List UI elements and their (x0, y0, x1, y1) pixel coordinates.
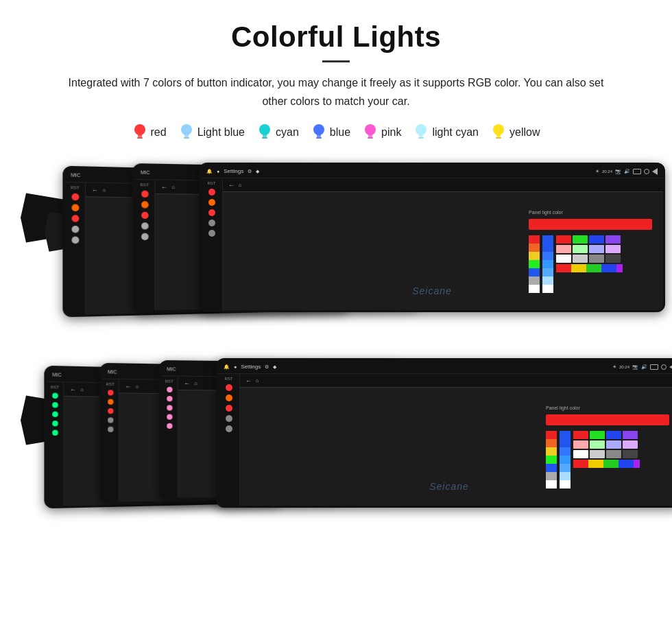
sidebar-dot-pink4 (167, 414, 172, 420)
color-item-cyan: cyan (257, 123, 299, 142)
time-label-3: 20:24 (602, 169, 612, 174)
bstrip-blue (546, 464, 557, 472)
svg-point-4 (181, 124, 192, 135)
color-label-yellow: yellow (509, 126, 540, 139)
bcolor-grid-right (573, 431, 640, 468)
sidebar-dot-green1 (52, 393, 58, 399)
title-section: Colorful Lights Integrated with 7 colors… (27, 21, 645, 110)
bcell-darkergray1 (623, 450, 638, 458)
svg-point-7 (259, 124, 270, 135)
bcell-blue1 (606, 431, 621, 439)
cell-green1 (573, 235, 588, 244)
bstrip-red (546, 431, 557, 439)
color-indicators-row: red Light blue cyan (27, 123, 645, 142)
bottom-showcase-section: MIC Settings RST (27, 362, 645, 533)
strip-blue2 (542, 235, 553, 244)
strip-yellow (529, 252, 540, 260)
svg-rect-18 (418, 137, 424, 139)
sidebar-dot-red4 (141, 212, 149, 219)
color-row-1 (556, 235, 623, 244)
svg-rect-12 (316, 137, 322, 139)
bcell-red1 (573, 431, 588, 439)
color-row-2 (556, 245, 623, 253)
strip-lightblue (542, 268, 553, 276)
nav-circle-1 (644, 169, 649, 174)
back-arrow-3: ← (228, 182, 235, 189)
settings-header-3: ← ⌂ (223, 178, 663, 192)
strip-lightblue2 (542, 276, 553, 285)
svg-rect-5 (184, 134, 189, 137)
bcell-darkgray1 (606, 450, 621, 458)
cell-darkergray1 (605, 255, 621, 263)
sidebar-dot-pink2 (167, 396, 172, 401)
bcell-pink1 (573, 440, 588, 449)
nav-icon-5 (633, 169, 641, 174)
bulb-icon-yellow (491, 123, 506, 142)
cell-pink1 (556, 245, 571, 253)
settings-sidebar-1: RST (65, 182, 86, 315)
settings-main-3: ← ⌂ Panel light color (223, 178, 663, 310)
sidebar-dot-pink3 (167, 405, 172, 411)
settings-sidebar-2: RST (134, 180, 155, 311)
description-text: Integrated with 7 colors of button indic… (55, 73, 617, 110)
svg-rect-2 (137, 137, 143, 139)
bulb-icon-cyan (257, 123, 272, 142)
sidebar-dot-gb1 (108, 418, 113, 423)
settings-sidebar-b1: RST (47, 382, 64, 506)
color-grid-container-b (546, 431, 640, 488)
svg-rect-1 (138, 134, 142, 137)
sidebar-dot-rb4 (226, 405, 232, 412)
vertical-strip-1 (529, 235, 540, 293)
bstrip-gray (546, 472, 557, 480)
color-item-lightcyan: light cyan (413, 123, 479, 142)
cell-lightgreen1 (573, 245, 588, 253)
settings-layout-3: RST ← ⌂ (201, 178, 663, 310)
svg-point-19 (493, 124, 504, 135)
bstrip-blue3 (560, 439, 571, 447)
sidebar-dot-gray5 (208, 220, 215, 226)
cell-purple1 (605, 235, 621, 244)
bstrip-y1 (588, 460, 603, 468)
bstrip-white2 (560, 480, 571, 488)
svg-rect-15 (368, 137, 373, 139)
strip-r1 (556, 264, 571, 272)
strip-blue5 (542, 260, 553, 268)
sidebar-dot-green2 (52, 402, 58, 408)
bstrip-blue2 (560, 431, 571, 439)
bstrip-yellow (546, 447, 557, 456)
svg-rect-6 (184, 137, 189, 139)
svg-rect-9 (262, 137, 267, 139)
sidebar-dot-rb1 (108, 390, 113, 396)
color-label-red: red (151, 126, 167, 139)
color-item-red: red (132, 123, 167, 142)
bcell-green1 (590, 431, 605, 439)
svg-rect-20 (496, 134, 501, 137)
strip-gray (529, 276, 540, 285)
panel-light-title: Panel light color (529, 210, 563, 215)
cell-lavender1 (605, 245, 621, 253)
sidebar-dot-green3 (52, 412, 58, 417)
sidebar-dot-ob1 (108, 399, 113, 405)
svg-rect-14 (368, 134, 372, 137)
settings-sidebar-b3: RST (161, 377, 178, 499)
strip-green (529, 260, 540, 268)
page-container: Colorful Lights Integrated with 7 colors… (0, 0, 672, 561)
bulb-icon-lightcyan (413, 123, 429, 142)
color-label-cyan: cyan (276, 126, 299, 139)
color-item-yellow: yellow (491, 123, 540, 142)
color-item-blue: blue (311, 123, 350, 142)
panel-light-section-b: Panel light color (546, 405, 669, 488)
bstrip-blue4 (560, 447, 571, 456)
settings-content-3: Panel light color (223, 192, 663, 310)
nav-triangle-1 (652, 168, 658, 175)
back-arrow-1: ← (92, 187, 99, 194)
strip-red (529, 235, 540, 244)
back-arrow-2: ← (161, 183, 167, 190)
bcolor-row-4 (573, 460, 640, 468)
cell-blue1 (589, 235, 604, 244)
bstrip-r1 (573, 460, 588, 468)
nav-icon-b4 (650, 364, 658, 370)
bcell-lavender1 (623, 440, 638, 449)
bcolor-row-3 (573, 450, 640, 458)
strip-white (529, 285, 540, 293)
